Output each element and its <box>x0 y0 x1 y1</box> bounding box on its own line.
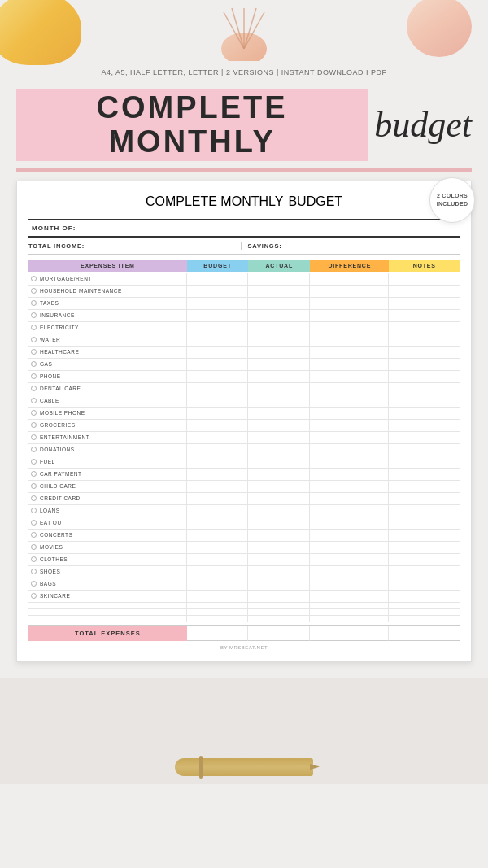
td-item-1: HOUSEHOLD MAINTENANCE <box>28 286 187 297</box>
row-label-0: MORTGAGE/RENT <box>40 276 92 281</box>
td-difference-26 <box>310 591 389 602</box>
th-actual: ACTUAL <box>248 260 310 272</box>
row-checkbox-11 <box>31 410 37 416</box>
td-difference-21 <box>310 530 389 541</box>
row-checkbox-7 <box>31 361 37 367</box>
td-notes-12 <box>389 420 460 431</box>
td-actual-6 <box>248 347 310 358</box>
td-item-3: INSURANCE <box>28 310 187 321</box>
td-actual-5 <box>248 334 310 346</box>
td-notes-23 <box>389 554 460 565</box>
td-notes-6 <box>389 347 460 358</box>
table-header: EXPENSES ITEM BUDGET ACTUAL DIFFERENCE N… <box>28 260 460 272</box>
td-difference-29 <box>310 616 389 622</box>
td-difference-19 <box>310 505 389 517</box>
pen-clip <box>199 756 203 779</box>
row-checkbox-12 <box>31 422 37 428</box>
table-row: CLOTHES <box>28 554 460 566</box>
td-notes-10 <box>389 395 460 407</box>
td-item-12: GROCERIES <box>28 420 187 431</box>
row-checkbox-24 <box>31 569 37 574</box>
month-label: MONTH OF: <box>32 225 76 232</box>
td-budget-17 <box>187 481 249 492</box>
row-label-20: EAT OUT <box>40 520 65 526</box>
td-budget-18 <box>187 493 249 504</box>
td-difference-4 <box>310 322 389 334</box>
td-actual-18 <box>248 493 310 504</box>
td-difference-22 <box>310 542 389 553</box>
table-row: ELECTRICITY <box>28 322 460 334</box>
td-actual-11 <box>248 408 310 419</box>
td-budget-23 <box>187 554 249 565</box>
td-notes-20 <box>389 517 460 529</box>
bottom-area <box>0 678 488 784</box>
pen-tip <box>310 762 320 772</box>
td-item-13: ENTERTAINMENT <box>28 432 187 443</box>
table-row: CHILD CARE <box>28 481 460 493</box>
td-item-28 <box>28 609 187 615</box>
td-budget-24 <box>187 566 249 578</box>
colors-badge: 2 COLORS INCLUDED <box>429 177 475 223</box>
td-difference-6 <box>310 347 389 358</box>
credit-text: BY MRSBEAT.NET <box>220 645 268 650</box>
hero-script-text: budget <box>374 106 472 145</box>
total-difference-cell <box>310 626 389 641</box>
row-label-8: PHONE <box>40 373 61 379</box>
row-label-26: SKINCARE <box>40 593 70 599</box>
td-notes-21 <box>389 530 460 541</box>
td-budget-11 <box>187 408 249 419</box>
table-row: CABLE <box>28 395 460 408</box>
table-body: MORTGAGE/RENTHOUSEHOLD MAINTENANCETAXESI… <box>28 273 460 622</box>
row-checkbox-5 <box>31 337 37 342</box>
td-difference-16 <box>310 469 389 480</box>
td-budget-6 <box>187 347 249 358</box>
td-difference-5 <box>310 334 389 346</box>
row-checkbox-10 <box>31 398 37 403</box>
table-row <box>28 609 460 616</box>
doc-title: COMPLETE MONTHLY BUDGET <box>28 194 460 209</box>
hero-bold-text: COMPLETE MONTHLY <box>16 89 368 161</box>
total-budget-cell <box>187 626 249 641</box>
savings-label: SAVINGS: <box>248 242 282 250</box>
td-item-11: MOBILE PHONE <box>28 408 187 419</box>
td-notes-1 <box>389 286 460 297</box>
td-actual-16 <box>248 469 310 480</box>
row-label-25: BAGS <box>40 581 56 587</box>
td-notes-15 <box>389 456 460 468</box>
total-notes-cell <box>389 626 460 641</box>
td-difference-1 <box>310 286 389 297</box>
td-difference-10 <box>310 395 389 407</box>
td-actual-0 <box>248 273 310 285</box>
income-col: TOTAL INCOME: <box>28 242 241 250</box>
td-budget-8 <box>187 371 249 382</box>
table-row: ENTERTAINMENT <box>28 432 460 444</box>
row-label-10: CABLE <box>40 398 59 403</box>
td-difference-3 <box>310 310 389 321</box>
td-item-15: FUEL <box>28 456 187 468</box>
total-actual-cell <box>248 626 310 641</box>
table-row: MOBILE PHONE <box>28 408 460 420</box>
footer-credit: BY MRSBEAT.NET <box>28 645 460 650</box>
td-difference-15 <box>310 456 389 468</box>
td-item-24: SHOES <box>28 566 187 578</box>
row-checkbox-20 <box>31 520 37 526</box>
td-item-23: CLOTHES <box>28 554 187 565</box>
td-difference-7 <box>310 359 389 370</box>
row-label-6: HEALTHCARE <box>40 349 79 355</box>
td-item-8: PHONE <box>28 371 187 382</box>
td-item-4: ELECTRICITY <box>28 322 187 334</box>
table-row: CAR PAYMENT <box>28 469 460 481</box>
td-item-6: HEALTHCARE <box>28 347 187 358</box>
table-row: CREDIT CARD <box>28 493 460 505</box>
top-decoration <box>0 0 488 65</box>
td-item-19: LOANS <box>28 505 187 517</box>
doc-title-light: BUDGET <box>288 194 342 209</box>
td-notes-0 <box>389 273 460 285</box>
td-notes-19 <box>389 505 460 517</box>
row-label-19: LOANS <box>40 508 60 513</box>
row-label-12: GROCERIES <box>40 422 76 428</box>
row-checkbox-19 <box>31 508 37 513</box>
td-actual-9 <box>248 383 310 395</box>
td-difference-28 <box>310 609 389 615</box>
td-actual-21 <box>248 530 310 541</box>
